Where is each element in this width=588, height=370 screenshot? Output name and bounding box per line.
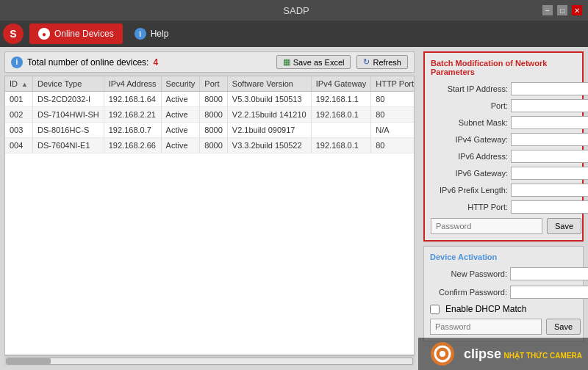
- table-cell-6: 192.168.0.1: [311, 107, 370, 123]
- activation-save-button[interactable]: Save: [546, 319, 581, 335]
- minimize-button[interactable]: −: [542, 5, 553, 15]
- batch-password-input[interactable]: [431, 218, 542, 234]
- table-cell-0: 003: [5, 123, 32, 138]
- batch-input-ipv4_gateway[interactable]: [511, 133, 588, 146]
- svg-point-2: [440, 351, 445, 357]
- app-title: SADP: [50, 5, 542, 16]
- table-cell-2: 192.168.0.7: [104, 123, 161, 138]
- table-row[interactable]: 003DS-8016HC-S192.168.0.7Active8000V2.1b…: [5, 123, 415, 138]
- device-activation-section: Device Activation New Password: Confirm …: [423, 246, 584, 341]
- activation-password-input[interactable]: [430, 319, 542, 335]
- clipse-text: clipse: [464, 347, 501, 361]
- table-row[interactable]: 001DS-2CD2032-I192.168.1.64Active8000V5.…: [5, 92, 415, 107]
- table-cell-2: 192.168.2.21: [104, 107, 161, 123]
- table-cell-2: 192.168.1.64: [104, 92, 161, 107]
- maximize-button[interactable]: □: [557, 5, 567, 15]
- batch-save-button[interactable]: Save: [547, 218, 581, 234]
- refresh-button[interactable]: ↻ Refresh: [356, 55, 408, 69]
- nav-online-devices[interactable]: ● Online Devices: [29, 23, 123, 44]
- batch-field-ipv6_address: IPv6 Address:: [431, 150, 576, 163]
- batch-input-port[interactable]: [511, 99, 588, 112]
- batch-input-subnet_mask[interactable]: [511, 116, 588, 129]
- table-cell-1: DS-8016HC-S: [32, 123, 104, 138]
- col-gateway[interactable]: IPv4 Gateway: [311, 76, 370, 92]
- toolbar-right: ▦ Save as Excel ↻ Refresh: [276, 55, 408, 69]
- table-row[interactable]: 004DS-7604NI-E1192.168.2.66Active8000V3.…: [5, 138, 415, 153]
- table-cell-5: V2.2.15build 141210: [227, 107, 311, 123]
- batch-label-port: Port:: [431, 101, 508, 110]
- table-cell-1: DS-7604NI-E1: [32, 138, 104, 153]
- batch-label-ipv6_prefix: IPv6 Prefix Length:: [431, 186, 508, 195]
- info-bar: i Total number of online devices: 4 ▦ Sa…: [4, 51, 415, 73]
- watermark-text: clipse NHẬT THỨC CAMERA: [464, 347, 582, 362]
- window-controls: − □ ✕: [542, 5, 582, 15]
- table-cell-2: 192.168.2.66: [104, 138, 161, 153]
- table-cell-6: [311, 123, 370, 138]
- batch-field-ipv6_gateway: IPv6 Gateway:: [431, 167, 576, 180]
- table-row[interactable]: 002DS-7104HWI-SH192.168.2.21Active8000V2…: [5, 107, 415, 123]
- table-cell-0: 001: [5, 92, 32, 107]
- table-cell-4: 8000: [200, 123, 227, 138]
- col-ipv4[interactable]: IPv4 Address: [104, 76, 161, 92]
- table-cell-0: 002: [5, 107, 32, 123]
- col-port[interactable]: Port: [200, 76, 227, 92]
- batch-input-start_ip[interactable]: [511, 82, 588, 95]
- batch-input-ipv6_gateway[interactable]: [511, 167, 588, 180]
- table-cell-7: 80: [371, 107, 415, 123]
- table-cell-3: Active: [161, 107, 200, 123]
- col-device-type[interactable]: Device Type: [32, 76, 104, 92]
- batch-input-http_port[interactable]: [511, 200, 588, 214]
- table-cell-5: V5.3.0build 150513: [227, 92, 311, 107]
- nav-help[interactable]: i Help: [126, 23, 178, 44]
- nav-help-label: Help: [151, 29, 169, 39]
- batch-label-subnet_mask: Subnet Mask:: [431, 118, 508, 127]
- info-icon: i: [11, 57, 23, 68]
- close-button[interactable]: ✕: [572, 5, 582, 15]
- col-security[interactable]: Security: [161, 76, 200, 92]
- batch-field-ipv6_prefix: IPv6 Prefix Length:: [431, 184, 576, 197]
- batch-input-ipv6_address[interactable]: [511, 150, 588, 163]
- activation-title: Device Activation: [430, 253, 577, 261]
- horizontal-scrollbar[interactable]: [4, 355, 415, 366]
- table-cell-4: 8000: [200, 107, 227, 123]
- batch-field-subnet_mask: Subnet Mask:: [431, 116, 576, 129]
- table-cell-6: 192.168.1.1: [311, 92, 370, 107]
- device-count: 4: [153, 57, 158, 68]
- save-excel-button[interactable]: ▦ Save as Excel: [276, 55, 351, 69]
- nav-online-devices-label: Online Devices: [54, 29, 114, 39]
- batch-field-ipv4_gateway: IPv4 Gateway:: [431, 133, 576, 146]
- table-cell-0: 004: [5, 138, 32, 153]
- enable-dhcp-checkbox[interactable]: [430, 305, 440, 314]
- col-id[interactable]: ID ▲: [5, 76, 32, 92]
- batch-field-port: Port:: [431, 99, 576, 112]
- batch-field-http_port: HTTP Port:: [431, 200, 576, 214]
- device-table: ID ▲ Device Type IPv4 Address Security P…: [4, 76, 415, 355]
- help-icon: i: [135, 28, 146, 40]
- table-cell-7: N/A: [371, 123, 415, 138]
- scroll-thumb[interactable]: [7, 358, 51, 364]
- excel-icon: ▦: [283, 57, 290, 67]
- right-panel: Batch Modification of Network Parameters…: [419, 47, 588, 370]
- table-cell-1: DS-7104HWI-SH: [32, 107, 104, 123]
- watermark-logo-svg: [424, 341, 461, 367]
- confirm-password-row: Confirm Password: Ok: [430, 284, 577, 300]
- new-password-input[interactable]: [510, 267, 588, 280]
- table-cell-4: 8000: [200, 138, 227, 153]
- scroll-track[interactable]: [6, 358, 413, 365]
- batch-label-ipv6_address: IPv6 Address:: [431, 152, 508, 161]
- col-http-port[interactable]: HTTP Port: [371, 76, 415, 92]
- table-cell-3: Active: [161, 123, 200, 138]
- table-cell-5: V3.3.2build 150522: [227, 138, 311, 153]
- activation-password-row: Save: [430, 319, 577, 335]
- refresh-label: Refresh: [373, 58, 401, 67]
- left-panel: i Total number of online devices: 4 ▦ Sa…: [0, 47, 419, 370]
- confirm-password-input[interactable]: [510, 286, 588, 299]
- batch-input-ipv6_prefix[interactable]: [511, 184, 588, 197]
- enable-dhcp-label: Enable DHCP Match: [445, 304, 527, 314]
- batch-label-ipv4_gateway: IPv4 Gateway:: [431, 135, 508, 144]
- col-software[interactable]: Software Version: [227, 76, 311, 92]
- online-devices-icon: ●: [38, 28, 50, 40]
- table-cell-7: 80: [371, 92, 415, 107]
- batch-password-row: Save: [431, 218, 576, 234]
- batch-label-ipv6_gateway: IPv6 Gateway:: [431, 169, 508, 178]
